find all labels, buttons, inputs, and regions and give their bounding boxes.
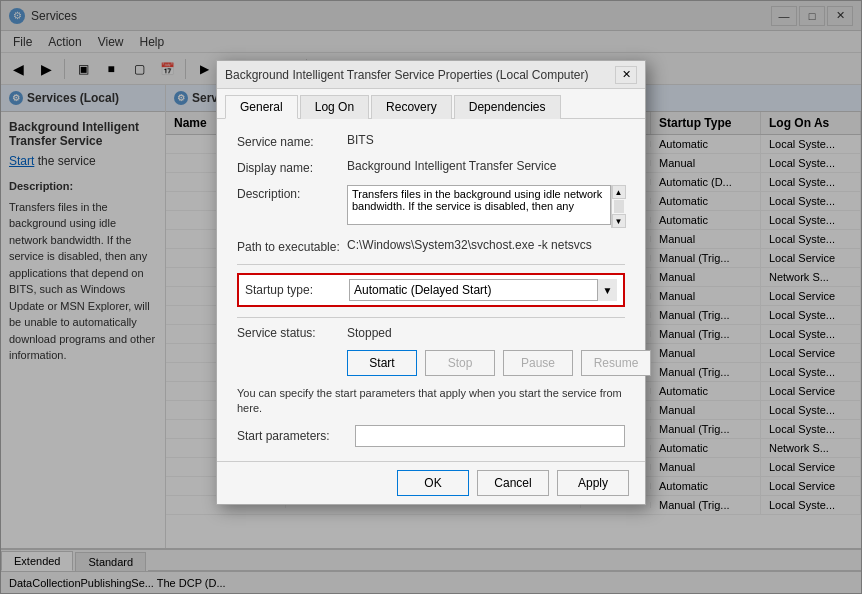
- display-name-row: Display name: Background Intelligent Tra…: [237, 159, 625, 175]
- service-status-row: Service status: Stopped: [237, 326, 625, 340]
- path-label: Path to executable:: [237, 238, 347, 254]
- display-name-value: Background Intelligent Transfer Service: [347, 159, 625, 173]
- start-params-input[interactable]: [355, 425, 625, 447]
- apply-button[interactable]: Apply: [557, 470, 629, 496]
- start-params-row: Start parameters:: [237, 425, 625, 447]
- dialog-overlay: Background Intelligent Transfer Service …: [0, 0, 862, 594]
- dialog-title-bar: Background Intelligent Transfer Service …: [217, 61, 645, 89]
- service-name-value: BITS: [347, 133, 625, 147]
- divider-1: [237, 264, 625, 265]
- desc-textarea-wrapper: ▲ ▼: [347, 185, 625, 228]
- tab-general[interactable]: General: [225, 95, 298, 119]
- divider-2: [237, 317, 625, 318]
- desc-scroll-up[interactable]: ▲: [612, 185, 626, 199]
- start-params-label: Start parameters:: [237, 429, 347, 443]
- dialog-close-button[interactable]: ✕: [615, 66, 637, 84]
- tab-dependencies[interactable]: Dependencies: [454, 95, 561, 119]
- service-status-label: Service status:: [237, 326, 347, 340]
- ok-button[interactable]: OK: [397, 470, 469, 496]
- dialog-body: Service name: BITS Display name: Backgro…: [217, 119, 645, 461]
- start-params-description: You can specify the start parameters tha…: [237, 386, 625, 417]
- resume-button[interactable]: Resume: [581, 350, 651, 376]
- dialog-footer: OK Cancel Apply: [217, 461, 645, 504]
- path-value: C:\Windows\System32\svchost.exe -k netsv…: [347, 238, 625, 252]
- description-textarea[interactable]: [347, 185, 611, 225]
- tab-logon[interactable]: Log On: [300, 95, 369, 119]
- startup-type-row: Startup type: Automatic (Delayed Start) …: [237, 273, 625, 307]
- tab-recovery[interactable]: Recovery: [371, 95, 452, 119]
- cancel-button[interactable]: Cancel: [477, 470, 549, 496]
- properties-dialog: Background Intelligent Transfer Service …: [216, 60, 646, 505]
- startup-type-value: Automatic (Delayed Start): [354, 283, 491, 297]
- desc-label: Description:: [237, 185, 347, 201]
- dialog-tabs: General Log On Recovery Dependencies: [217, 89, 645, 119]
- stop-button[interactable]: Stop: [425, 350, 495, 376]
- startup-type-select[interactable]: Automatic (Delayed Start): [349, 279, 617, 301]
- dialog-title: Background Intelligent Transfer Service …: [225, 68, 615, 82]
- desc-scroll-down[interactable]: ▼: [612, 214, 626, 228]
- pause-button[interactable]: Pause: [503, 350, 573, 376]
- display-name-label: Display name:: [237, 159, 347, 175]
- startup-type-label: Startup type:: [245, 283, 349, 297]
- description-row: Description: ▲ ▼: [237, 185, 625, 228]
- service-status-value: Stopped: [347, 326, 392, 340]
- start-button[interactable]: Start: [347, 350, 417, 376]
- path-row: Path to executable: C:\Windows\System32\…: [237, 238, 625, 254]
- service-name-label: Service name:: [237, 133, 347, 149]
- desc-scrollbar: ▲ ▼: [611, 185, 625, 228]
- startup-dropdown-arrow[interactable]: ▼: [597, 279, 617, 301]
- startup-select-wrapper: Automatic (Delayed Start) ▼: [349, 279, 617, 301]
- service-control-buttons: Start Stop Pause Resume: [237, 350, 625, 376]
- service-name-row: Service name: BITS: [237, 133, 625, 149]
